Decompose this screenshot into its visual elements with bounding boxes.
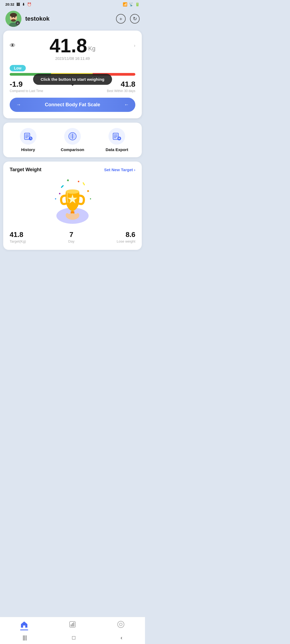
svg-rect-29 — [61, 185, 64, 188]
target-day-stat: 7 Day — [68, 230, 74, 243]
svg-point-4 — [12, 17, 13, 18]
target-header: Target Weight Set New Target › — [10, 167, 135, 173]
svg-rect-35 — [90, 198, 91, 200]
weight-date: 2023/11/08 16:11:49 — [10, 56, 135, 61]
set-target-label: Set New Target — [104, 167, 133, 172]
svg-rect-30 — [82, 182, 85, 185]
arrow-right-icon: → — [16, 102, 21, 108]
target-lose-stat: 8.6 Lose weight — [117, 230, 135, 243]
connect-scale-button[interactable]: → Connect Body Fat Scale ← — [10, 98, 135, 112]
avatar[interactable]: ≡ — [5, 11, 21, 27]
download-icon: ⬇ — [22, 2, 25, 6]
trophy-visual — [10, 177, 135, 225]
target-kg-label: Target(Kg) — [10, 239, 26, 243]
header-actions: ＋ ↻ — [116, 14, 140, 24]
weight-display-row: 👁 41.8 Kg › — [10, 36, 135, 55]
connect-label: Connect Body Fat Scale — [45, 102, 100, 108]
visibility-icon[interactable]: 👁 — [10, 42, 16, 49]
add-icon: ＋ — [118, 16, 123, 22]
svg-text:≡: ≡ — [17, 22, 18, 25]
comparison-label: Comparison — [61, 147, 84, 152]
image-icon: 🖼 — [16, 2, 20, 6]
svg-rect-28 — [78, 181, 79, 182]
weight-card: 👁 41.8 Kg › 2023/11/08 16:11:49 Low -1.9… — [3, 31, 142, 118]
svg-point-37 — [66, 189, 79, 194]
stats-row: -1.9 Compared to Last Time Click the but… — [10, 80, 135, 93]
refresh-icon: ↻ — [133, 16, 137, 22]
target-lose-label: Lose weight — [117, 239, 135, 243]
time-display: 20:32 — [5, 2, 14, 6]
target-day-label: Day — [68, 239, 74, 243]
target-weight-card: Target Weight Set New Target › — [3, 162, 142, 250]
quick-actions-section: History Comparison — [3, 123, 142, 157]
status-time: 20:32 🖼 ⬇ ⏰ — [5, 2, 31, 6]
comparison-action[interactable]: Comparison — [50, 128, 95, 152]
data-export-action[interactable]: Data Export — [95, 128, 139, 152]
history-label: History — [21, 147, 35, 152]
svg-rect-27 — [67, 179, 69, 181]
target-kg-value: 41.8 — [10, 230, 26, 239]
refresh-button[interactable]: ↻ — [130, 14, 140, 24]
avatar-image: ≡ — [5, 11, 21, 27]
target-lose-value: 8.6 — [117, 230, 135, 239]
data-export-icon — [112, 131, 122, 141]
signal-icon: 📡 — [129, 2, 133, 6]
svg-point-2 — [10, 13, 17, 17]
svg-point-5 — [14, 17, 15, 18]
status-bar: 20:32 🖼 ⬇ ⏰ 📶 📡 🔋 — [0, 0, 145, 8]
target-title: Target Weight — [10, 167, 41, 173]
comparison-icon-wrap — [64, 128, 81, 145]
svg-rect-31 — [59, 193, 61, 195]
history-icon — [23, 131, 33, 141]
arrow-left-icon: ← — [124, 102, 129, 108]
add-button[interactable]: ＋ — [116, 14, 126, 24]
trophy-illustration — [46, 177, 99, 225]
data-export-icon-wrap — [108, 128, 125, 145]
target-stats-row: 41.8 Target(Kg) 7 Day 8.6 Lose weight — [10, 230, 135, 243]
bmi-label: Low — [10, 65, 26, 71]
battery-icon: 🔋 — [135, 2, 140, 6]
set-new-target-button[interactable]: Set New Target › — [104, 167, 135, 172]
svg-rect-32 — [87, 190, 89, 192]
weight-unit: Kg — [88, 45, 96, 52]
status-icons: 📶 📡 🔋 — [123, 2, 140, 6]
data-export-label: Data Export — [106, 147, 128, 152]
alarm-icon: ⏰ — [27, 2, 31, 6]
compared-label: Compared to Last Time — [10, 89, 43, 93]
history-action[interactable]: History — [6, 128, 50, 152]
chevron-right-icon[interactable]: › — [134, 43, 135, 48]
chevron-right-icon2: › — [134, 167, 135, 172]
comparison-icon — [68, 131, 77, 141]
best-label: Best Within 30 days — [107, 89, 135, 93]
svg-rect-34 — [55, 198, 56, 199]
wifi-icon: 📶 — [123, 2, 127, 6]
username-label: testokok — [25, 15, 116, 22]
history-icon-wrap — [20, 128, 37, 145]
target-kg-stat: 41.8 Target(Kg) — [10, 230, 26, 243]
tooltip-message: Click the button to start weighing — [33, 74, 112, 85]
svg-point-3 — [11, 19, 16, 22]
weight-value: 41.8 — [49, 36, 87, 55]
header: ≡ testokok ＋ ↻ — [0, 8, 145, 31]
target-day-value: 7 — [68, 230, 74, 239]
